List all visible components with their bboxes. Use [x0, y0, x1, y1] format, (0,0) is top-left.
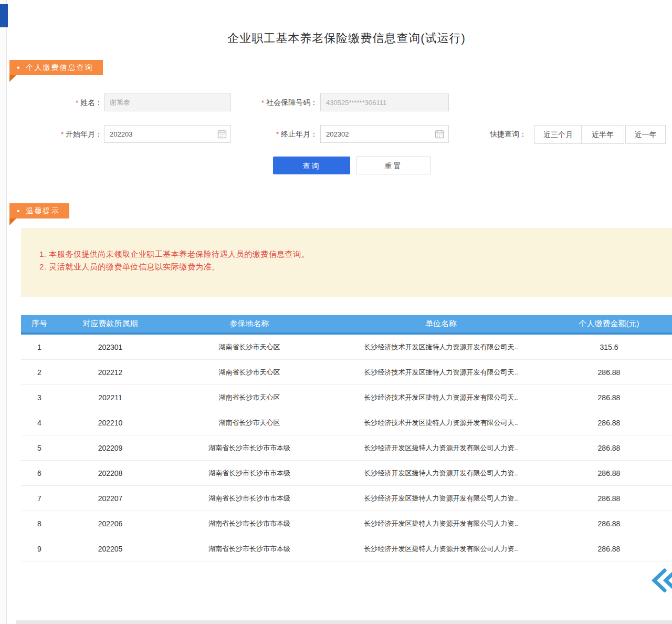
quick-filter-year[interactable]: 近一年 — [625, 125, 666, 144]
cell-insured-place: 湖南省长沙市长沙市市本级 — [163, 494, 336, 503]
bottom-scroll-track[interactable] — [16, 620, 672, 624]
cell-insured-place: 湖南省长沙市天心区 — [163, 393, 336, 402]
start-date-input[interactable] — [104, 125, 231, 143]
cell-period: 202207 — [58, 494, 163, 503]
required-asterisk: * — [261, 99, 264, 107]
table-row: 3 202211 湖南省长沙市天心区 长沙经济技术开发区捷特人力资源开发有限公司… — [21, 385, 672, 410]
table-row: 8 202206 湖南省长沙市长沙市市本级 长沙经济开发区捷特人力资源开发有限公… — [21, 511, 672, 536]
calendar-icon[interactable] — [217, 129, 227, 139]
end-date-label: *终止年月： — [242, 130, 318, 139]
cell-employer: 长沙经济技术开发区捷特人力资源开发有限公司天.. — [336, 368, 546, 377]
quick-filter-halfyear[interactable]: 近半年 — [581, 125, 624, 144]
cell-employer: 长沙经济开发区捷特人力资源开发有限公司人力资.. — [336, 494, 546, 503]
cell-index: 6 — [21, 469, 58, 477]
cell-employer: 长沙经济开发区捷特人力资源开发有限公司人力资.. — [336, 469, 546, 478]
cell-employer: 长沙经济开发区捷特人力资源开发有限公司人力资.. — [336, 443, 546, 453]
required-asterisk: * — [61, 130, 64, 138]
tips-text: 1. 本服务仅提供尚未领取企业职工基本养老保险待遇人员的缴费信息查询。 2. 灵… — [39, 248, 309, 273]
ssn-label: *社会保障号码： — [231, 98, 318, 108]
cell-employer: 长沙经济技术开发区捷特人力资源开发有限公司天.. — [336, 393, 546, 402]
cell-period: 202210 — [58, 419, 163, 427]
column-header-insured-place: 参保地名称 — [163, 319, 336, 329]
cell-insured-place: 湖南省长沙市长沙市市本级 — [163, 443, 336, 453]
column-header-amount: 个人缴费金额(元) — [546, 319, 672, 329]
cell-index: 5 — [21, 444, 58, 452]
table-row: 2 202212 湖南省长沙市天心区 长沙经济技术开发区捷特人力资源开发有限公司… — [21, 360, 672, 385]
table-row: 5 202209 湖南省长沙市长沙市市本级 长沙经济开发区捷特人力资源开发有限公… — [21, 435, 672, 461]
cell-period: 202209 — [58, 444, 163, 452]
cell-index: 3 — [21, 393, 58, 402]
end-date-input[interactable] — [320, 125, 449, 143]
cell-period: 202211 — [58, 393, 163, 402]
column-header-index: 序号 — [21, 319, 58, 329]
cell-amount: 286.88 — [546, 519, 672, 528]
required-asterisk: * — [276, 130, 279, 138]
cell-insured-place: 湖南省长沙市长沙市市本级 — [163, 519, 336, 528]
table-header-row: 序号 对应费款所属期 参保地名称 单位名称 个人缴费金额(元) — [21, 315, 672, 335]
double-chevron-left-icon[interactable] — [651, 568, 672, 592]
table-row: 4 202210 湖南省长沙市天心区 长沙经济技术开发区捷特人力资源开发有限公司… — [21, 410, 672, 435]
name-label: *姓名： — [37, 98, 102, 108]
query-button[interactable]: 查询 — [273, 157, 350, 174]
cell-amount: 286.88 — [546, 368, 672, 377]
cell-period: 202208 — [58, 469, 163, 477]
table-row: 6 202208 湖南省长沙市长沙市市本级 长沙经济开发区捷特人力资源开发有限公… — [21, 461, 672, 486]
calendar-icon[interactable] — [435, 129, 444, 139]
payment-records-table: 序号 对应费款所属期 参保地名称 单位名称 个人缴费金额(元) 1 202301… — [21, 315, 672, 561]
table-body: 1 202301 湖南省长沙市天心区 长沙经济技术开发区捷特人力资源开发有限公司… — [21, 335, 672, 561]
cell-index: 1 — [21, 343, 58, 351]
cell-amount: 315.6 — [546, 343, 672, 351]
required-asterisk: * — [76, 99, 78, 107]
cell-index: 2 — [21, 368, 58, 377]
cell-index: 9 — [21, 545, 58, 553]
cell-amount: 286.88 — [546, 419, 672, 427]
cell-amount: 286.88 — [546, 545, 672, 553]
cell-employer: 长沙经济开发区捷特人力资源开发有限公司人力资.. — [336, 519, 546, 528]
ribbon-fold-decor — [9, 219, 16, 225]
cell-insured-place: 湖南省长沙市天心区 — [163, 368, 336, 377]
tips-line: 1. 本服务仅提供尚未领取企业职工基本养老保险待遇人员的缴费信息查询。 — [39, 248, 309, 261]
ssn-input[interactable] — [320, 93, 449, 111]
bullet-icon: • — [17, 63, 20, 72]
column-header-employer: 单位名称 — [336, 319, 546, 329]
table-row: 7 202207 湖南省长沙市长沙市市本级 长沙经济开发区捷特人力资源开发有限公… — [21, 486, 672, 511]
tips-notice-box: 1. 本服务仅提供尚未领取企业职工基本养老保险待遇人员的缴费信息查询。 2. 灵… — [21, 228, 672, 297]
cell-amount: 286.88 — [546, 494, 672, 503]
cell-period: 202206 — [58, 519, 163, 528]
cell-index: 7 — [21, 494, 58, 503]
name-input[interactable] — [104, 93, 231, 111]
column-header-period: 对应费款所属期 — [58, 319, 163, 329]
table-row: 9 202205 湖南省长沙市长沙市市本级 长沙经济开发区捷特人力资源开发有限公… — [21, 536, 672, 561]
tips-line: 2. 灵活就业人员的缴费单位信息以实际缴费为准。 — [39, 261, 309, 273]
cell-period: 202205 — [58, 545, 163, 553]
ribbon-fold-decor — [9, 75, 16, 82]
cell-employer: 长沙经济技术开发区捷特人力资源开发有限公司天.. — [336, 418, 546, 428]
cell-insured-place: 湖南省长沙市长沙市市本级 — [163, 469, 336, 478]
cell-index: 4 — [21, 419, 58, 427]
quick-query-label: 快捷查询： — [490, 130, 527, 139]
cell-period: 202301 — [58, 343, 163, 351]
section-badge-label: 个人缴费信息查询 — [26, 63, 93, 72]
section-badge-personal-query: • 个人缴费信息查询 — [9, 60, 103, 75]
reset-button[interactable]: 重置 — [356, 157, 431, 174]
cell-insured-place: 湖南省长沙市天心区 — [163, 418, 336, 428]
start-date-label: *开始年月： — [37, 130, 102, 139]
cell-insured-place: 湖南省长沙市天心区 — [163, 342, 336, 352]
cell-amount: 286.88 — [546, 469, 672, 477]
cell-employer: 长沙经济技术开发区捷特人力资源开发有限公司天.. — [336, 342, 546, 352]
table-row: 1 202301 湖南省长沙市天心区 长沙经济技术开发区捷特人力资源开发有限公司… — [21, 335, 672, 360]
cell-index: 8 — [21, 519, 58, 528]
pension-query-page: 企业职工基本养老保险缴费信息查询(试运行) • 个人缴费信息查询 *姓名： *社… — [0, 0, 672, 624]
bullet-icon: • — [17, 206, 20, 216]
cell-amount: 286.88 — [546, 393, 672, 402]
collapsed-sidebar[interactable] — [0, 0, 7, 624]
cell-insured-place: 湖南省长沙市长沙市市本级 — [163, 544, 336, 554]
section-badge-label: 温馨提示 — [26, 206, 60, 216]
section-badge-tips: • 温馨提示 — [9, 203, 69, 219]
sidebar-accent-block — [0, 4, 8, 27]
page-title: 企业职工基本养老保险缴费信息查询(试运行) — [21, 30, 672, 46]
cell-period: 202212 — [58, 368, 163, 377]
cell-amount: 286.88 — [546, 444, 672, 452]
quick-filter-3months[interactable]: 近三个月 — [534, 125, 582, 144]
cell-employer: 长沙经济开发区捷特人力资源开发有限公司人力资.. — [336, 544, 546, 554]
